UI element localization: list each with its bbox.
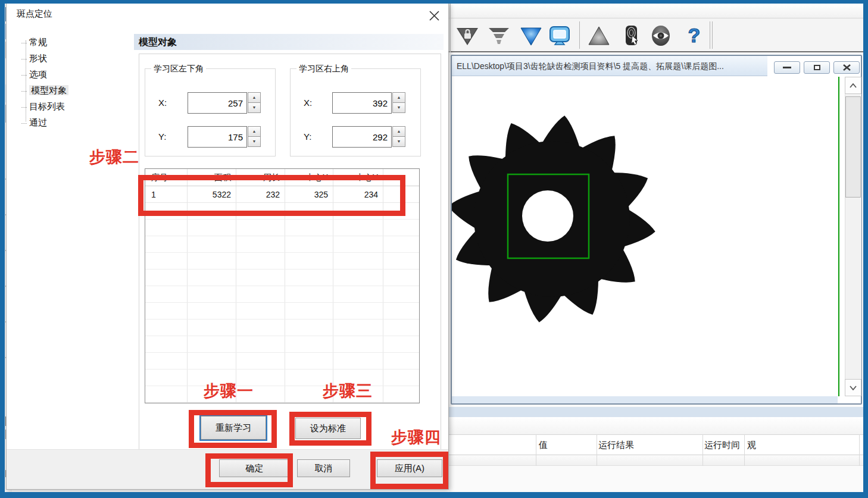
sidebar-item-general[interactable]: 常规 xyxy=(21,36,47,49)
annotation-box-relearn xyxy=(189,410,277,448)
step-up[interactable]: ▲ xyxy=(392,92,405,103)
x-label: X: xyxy=(158,98,167,108)
monitor-icon[interactable] xyxy=(548,24,572,48)
scroll-down-button[interactable] xyxy=(845,379,861,396)
y2-stepper[interactable]: ▲▼ xyxy=(392,126,405,148)
gear-image xyxy=(452,77,838,396)
frame-right xyxy=(863,0,868,498)
results-table-row[interactable] xyxy=(449,455,863,466)
results-blue-band xyxy=(449,407,863,417)
blue-triangle-icon[interactable] xyxy=(519,24,543,48)
empty-row xyxy=(145,336,419,353)
empty-row xyxy=(145,220,419,236)
fingerprint-icon[interactable] xyxy=(619,24,643,48)
empty-row xyxy=(145,353,419,369)
sidebar-item-model-object[interactable]: 模型对象 xyxy=(21,84,68,97)
step-up[interactable]: ▲ xyxy=(248,126,261,137)
image-boundary-line xyxy=(838,77,839,396)
annotation-box-set-standard xyxy=(289,412,371,446)
annotation-step4: 步骤四 xyxy=(391,427,441,448)
y1-stepper[interactable]: ▲▼ xyxy=(248,126,261,148)
chevron-up-icon xyxy=(850,83,857,88)
x2-input[interactable] xyxy=(332,92,392,114)
tree-tick xyxy=(21,91,27,92)
step-up[interactable]: ▲ xyxy=(248,92,261,103)
group-label: 学习区左下角 xyxy=(151,64,206,74)
tree-tick xyxy=(21,107,27,108)
results-table-header xyxy=(449,434,863,455)
sidebar-item-options[interactable]: 选项 xyxy=(21,68,47,81)
cancel-button[interactable]: 取消 xyxy=(297,459,350,477)
minimize-button[interactable] xyxy=(774,61,800,74)
screen: ? ELL\Desktop\项目3\齿轮缺齿检测项目资料\5 提高题、拓展题\课… xyxy=(0,0,868,498)
main-app-top-strip xyxy=(449,4,863,18)
toolbar-separator xyxy=(579,21,580,49)
tree-tick xyxy=(21,59,27,59)
empty-row xyxy=(145,369,419,386)
step-down[interactable]: ▼ xyxy=(248,136,261,147)
image-window-titlebar[interactable]: ELL\Desktop\项目3\齿轮缺齿检测项目资料\5 提高题、拓展题\课后题… xyxy=(452,56,767,76)
image-window-bottom-strip xyxy=(452,396,838,403)
results-header-watch: 观 xyxy=(747,434,756,455)
tree-tick xyxy=(21,123,27,124)
y2-input[interactable] xyxy=(332,126,392,148)
chevron-down-icon xyxy=(850,386,857,390)
y-label: Y: xyxy=(304,131,311,142)
step-down[interactable]: ▼ xyxy=(392,136,405,147)
x1-input[interactable] xyxy=(188,92,247,114)
empty-row xyxy=(145,320,419,336)
lock-filter-icon[interactable] xyxy=(455,24,479,48)
empty-row xyxy=(145,236,419,253)
step-down[interactable]: ▼ xyxy=(248,102,261,113)
toolbar-separator xyxy=(710,21,710,49)
annotation-step2: 步骤二 xyxy=(89,146,139,168)
tree-tick xyxy=(21,75,27,76)
triangle-up-icon[interactable] xyxy=(587,24,611,48)
help-icon[interactable]: ? xyxy=(682,24,706,48)
column-separator xyxy=(597,434,597,466)
sidebar-item-shape[interactable]: 形状 xyxy=(21,52,47,65)
annotation-step1: 步骤一 xyxy=(204,380,254,402)
image-viewport[interactable] xyxy=(452,77,838,396)
eye-icon[interactable] xyxy=(649,24,673,48)
dialog-title: 斑点定位 xyxy=(17,8,52,20)
sidebar-item-pass[interactable]: 通过 xyxy=(21,116,47,129)
y1-input[interactable] xyxy=(188,126,247,148)
annotation-box-ok xyxy=(205,453,293,487)
annotation-box-table-row xyxy=(138,175,405,216)
scrollbar-thumb[interactable] xyxy=(845,96,861,198)
close-icon xyxy=(429,11,439,21)
filter-layers-icon[interactable] xyxy=(487,24,511,48)
sidebar-item-target-list[interactable]: 目标列表 xyxy=(21,100,65,113)
scroll-up-button[interactable] xyxy=(845,77,861,94)
annotation-box-apply xyxy=(370,452,448,489)
results-header-value: 值 xyxy=(539,434,548,455)
close-icon xyxy=(843,64,851,71)
empty-row xyxy=(145,303,419,320)
toolbar-separator xyxy=(712,21,713,49)
dialog-close-button[interactable] xyxy=(425,7,443,24)
x2-stepper[interactable]: ▲▼ xyxy=(392,92,405,114)
x1-stepper[interactable]: ▲▼ xyxy=(248,92,261,114)
restore-button[interactable] xyxy=(804,61,830,74)
step-up[interactable]: ▲ xyxy=(392,126,405,137)
frame-left xyxy=(0,0,5,498)
group-label: 学习区右上角 xyxy=(296,64,351,74)
empty-row xyxy=(145,270,419,286)
tree-tick xyxy=(21,43,27,43)
empty-row xyxy=(145,286,419,303)
column-separator xyxy=(744,434,745,466)
frame-bottom xyxy=(0,492,868,498)
annotation-step3: 步骤三 xyxy=(323,380,373,402)
step-down[interactable]: ▼ xyxy=(392,102,405,113)
results-header-run-time: 运行时间 xyxy=(704,434,740,455)
empty-row xyxy=(145,386,419,403)
column-separator xyxy=(702,434,703,466)
x-label: X: xyxy=(304,98,312,108)
divider xyxy=(449,4,451,52)
y-label: Y: xyxy=(158,131,166,142)
frame-top xyxy=(0,0,868,4)
close-window-button[interactable] xyxy=(833,61,860,74)
empty-row xyxy=(145,253,419,270)
column-separator xyxy=(536,434,536,466)
